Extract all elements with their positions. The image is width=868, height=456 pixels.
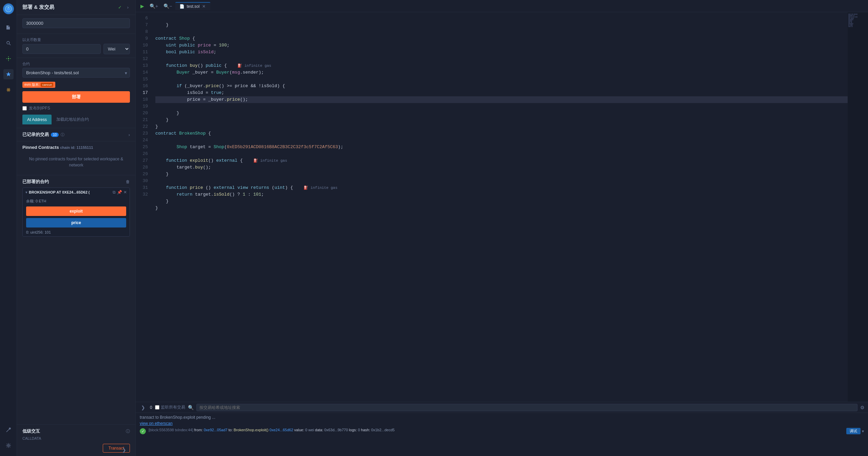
console-messages: transact to BrokenShop.exploit pending .… xyxy=(136,413,868,456)
console-filter-input[interactable] xyxy=(196,404,857,411)
pinned-empty-message: No pinned contracts found for selected w… xyxy=(22,153,130,172)
contract-label: 合约 xyxy=(22,61,130,66)
remove-contract-btn[interactable]: ✕ xyxy=(123,190,127,195)
check-icon-btn[interactable]: ✓ xyxy=(117,4,123,11)
tx-success-icon: ✓ xyxy=(140,428,146,434)
contract-item: ▾ BROKENSHOP AT 0XE24...65D62 ( ⧉ 📌 ✕ 余额… xyxy=(22,187,130,237)
contract-select[interactable]: BrokenShop - tests/test.sol xyxy=(22,68,130,78)
sidebar-item-files[interactable] xyxy=(3,22,14,33)
tx-value: value: 0 wei xyxy=(294,428,314,432)
tx-from: from: 0xe92...05ad7 xyxy=(194,428,228,432)
deployed-title: 已部署的合约 xyxy=(22,179,49,185)
panel-header-icons: ✓ › xyxy=(117,4,130,11)
console-toolbar: ❯ 0 监听所有交易 🔍 ⚙ xyxy=(136,402,868,413)
file-tab-test-sol[interactable]: 📄 test.sol ✕ xyxy=(175,2,210,10)
calldata-label: CALLDATA xyxy=(22,436,130,440)
tx-hash: hash: 0x1b2...decd5 xyxy=(361,428,394,432)
price-function-btn[interactable]: price xyxy=(26,218,126,227)
tx-count-badge: 10 xyxy=(51,133,59,137)
close-tab-button[interactable]: ✕ xyxy=(201,4,206,9)
panel-title: 部署 & 发交易 xyxy=(22,4,54,11)
gas-limit-section xyxy=(17,15,135,34)
zoom-in-button[interactable]: 🔍+ xyxy=(148,2,160,10)
code-editor[interactable]: 6 7 8 9 10 11 12 13 14 15 16 17 18 19 20… xyxy=(136,12,868,402)
main-area: ▶ 🔍+ 🔍− 📄 test.sol ✕ 6 7 8 9 10 11 12 13… xyxy=(136,0,868,456)
low-level-info-btn[interactable]: ⓘ xyxy=(126,429,130,434)
unit-select[interactable]: Wei Gwei Finney Ether xyxy=(103,44,130,54)
zoom-out-button[interactable]: 🔍− xyxy=(161,2,174,10)
price-result: 0: uint256: 101 xyxy=(26,230,126,234)
svg-rect-6 xyxy=(7,88,10,91)
file-tab-icon: 📄 xyxy=(179,4,185,9)
tx-to: to: BrokenShop.exploit() 0xe24...65d62 xyxy=(228,428,293,432)
etherscan-link[interactable]: view on etherscan xyxy=(140,421,864,426)
svg-point-2 xyxy=(8,7,9,8)
value-input[interactable] xyxy=(22,44,101,54)
recorded-tx-section: 已记录的交易 10 ⓘ › xyxy=(17,128,135,141)
minimap: ████ ███ ██████ ███████ ██ ████ ██ ██ ██… xyxy=(848,12,868,402)
console-settings-btn[interactable]: ⚙ xyxy=(860,405,865,410)
bottom-console: ❯ 0 监听所有交易 🔍 ⚙ transact to BrokenShop.ex… xyxy=(136,402,868,456)
editor-tab-bar: ▶ 🔍+ 🔍− 📄 test.sol ✕ xyxy=(136,0,868,12)
tx-data: data: 0x63d...9b770 xyxy=(315,428,348,432)
sidebar-item-debug[interactable] xyxy=(3,85,14,95)
tx-expand-btn[interactable]: › xyxy=(129,132,130,137)
tx-logs: logs: 0 xyxy=(349,428,360,432)
sidebar-item-search[interactable] xyxy=(3,38,14,48)
evm-label: evm 版本: xyxy=(24,82,39,87)
tx-header: 已记录的交易 10 ⓘ › xyxy=(22,132,130,138)
console-watch-all: 监听所有交易 xyxy=(155,404,185,410)
code-content: } contract Shop { uint public price = 10… xyxy=(153,12,848,402)
at-address-tab[interactable]: At Address xyxy=(22,115,52,124)
sidebar-item-settings[interactable] xyxy=(3,440,14,451)
address-tabs: At Address 加载此地址的合约 xyxy=(22,115,130,124)
contract-chevron[interactable]: ▾ xyxy=(25,190,27,195)
deployed-header: 已部署的合约 🗑 xyxy=(22,179,130,185)
watch-all-checkbox[interactable] xyxy=(155,405,159,410)
contract-item-header: ▾ BROKENSHOP AT 0XE24...65D62 ( ⧉ 📌 ✕ xyxy=(23,188,130,197)
console-pending-message: transact to BrokenShop.exploit pending .… xyxy=(140,415,864,420)
value-section: 以太币数量 Wei Gwei Finney Ether xyxy=(17,34,135,58)
low-level-section: 低级交互 ⓘ CALLDATA Transact xyxy=(17,424,135,456)
line-numbers: 6 7 8 9 10 11 12 13 14 15 16 17 18 19 20… xyxy=(136,12,153,402)
run-button[interactable]: ▶ xyxy=(138,2,146,10)
svg-line-4 xyxy=(9,44,11,45)
pinned-contracts-section: Pinned Contracts chain id: 11155111 No p… xyxy=(17,141,135,175)
deploy-button[interactable]: 部署 xyxy=(22,91,130,103)
contract-action-icons: ⧉ 📌 ✕ xyxy=(113,190,127,195)
sidebar-item-deploy[interactable] xyxy=(3,69,14,79)
pinned-chain-id: chain id: 11155111 xyxy=(60,145,93,150)
minimap-content: ████ ███ ██████ ███████ ██ ████ ██ ██ ██… xyxy=(848,12,868,28)
debug-tx-btn[interactable]: 调试 xyxy=(846,428,861,434)
load-address-tab[interactable]: 加载此地址的合约 xyxy=(52,115,94,124)
tx-info-icon[interactable]: ⓘ xyxy=(61,132,64,137)
copy-address-btn[interactable]: ⧉ xyxy=(113,190,116,195)
value-row: Wei Gwei Finney Ether xyxy=(22,44,130,54)
ipfs-checkbox[interactable] xyxy=(22,106,27,111)
contract-balance: 余额: 0 ETH xyxy=(26,199,126,204)
pin-contract-btn[interactable]: 📌 xyxy=(117,190,122,195)
expand-tx-btn[interactable]: ▾ xyxy=(862,429,864,434)
tx-detail-text: [block:5563598 txIndex:44] from: 0xe92..… xyxy=(149,428,394,432)
gas-limit-input[interactable] xyxy=(22,18,130,28)
sidebar-item-wrench[interactable] xyxy=(3,425,14,435)
clear-deployed-btn[interactable]: 🗑 xyxy=(126,179,130,184)
low-level-header: 低级交互 ⓘ xyxy=(22,428,130,434)
exploit-function-btn[interactable]: exploit xyxy=(26,206,126,216)
ipfs-row: 发布到IPFS xyxy=(22,105,130,111)
console-search-btn[interactable]: 🔍 xyxy=(188,405,194,410)
ipfs-label: 发布到IPFS xyxy=(29,105,50,111)
expand-panel-btn[interactable]: › xyxy=(126,4,130,11)
sidebar-item-plugin[interactable] xyxy=(3,54,14,64)
contract-body: 余额: 0 ETH exploit price 0: uint256: 101 xyxy=(23,197,130,236)
console-tx-row: ✓ [block:5563598 txIndex:44] from: 0xe92… xyxy=(140,428,864,434)
watch-all-label: 监听所有交易 xyxy=(161,404,185,410)
svg-point-3 xyxy=(7,41,9,44)
bottom-scroll-btn[interactable]: ❯ xyxy=(122,447,126,453)
low-level-title: 低级交互 xyxy=(22,428,40,434)
contract-select-wrapper: BrokenShop - tests/test.sol xyxy=(22,68,130,78)
tx-block-info: [block:5563598 txIndex:44] xyxy=(149,428,193,432)
console-collapse-btn[interactable]: ❯ xyxy=(139,403,147,412)
tx-actions: 调试 ▾ xyxy=(846,428,864,434)
value-label: 以太币数量 xyxy=(22,37,130,42)
